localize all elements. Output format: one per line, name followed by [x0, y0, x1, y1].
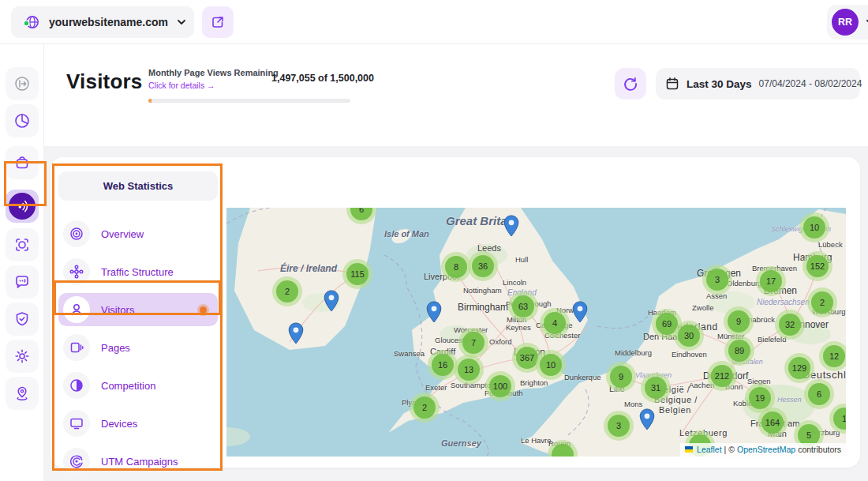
refresh-button[interactable]	[615, 68, 646, 100]
rail-item-panel-toggle[interactable]	[6, 67, 39, 100]
visitor-cluster-marker[interactable]: 7	[458, 328, 488, 358]
visitor-cluster-marker[interactable]: 8	[441, 252, 471, 282]
visitors-dashboard-page: { "colors": { "accent_purple": "#7c3aed"…	[0, 0, 868, 481]
visitor-cluster-marker[interactable]: 129	[784, 353, 814, 383]
cluster-count: 100	[489, 375, 511, 397]
visitor-cluster-marker[interactable]: 2	[807, 287, 837, 318]
visitor-pin-marker[interactable]	[288, 322, 304, 344]
avatar: RR	[832, 9, 859, 36]
map-place-label: Lincoln	[503, 278, 526, 287]
visitor-cluster-marker[interactable]: 100	[485, 371, 515, 401]
map-place-label: Birmingham	[458, 302, 508, 313]
visitor-pin-marker[interactable]	[503, 215, 519, 237]
refresh-icon	[623, 76, 638, 92]
visitor-cluster-marker[interactable]: 4	[540, 308, 570, 338]
visitor-cluster-marker[interactable]: 2	[410, 393, 440, 423]
menu-item-pages[interactable]: Pages	[58, 331, 218, 364]
visitor-cluster-marker[interactable]: 164	[758, 408, 788, 438]
visitor-cluster-marker[interactable]: 3	[702, 265, 732, 295]
rail-item-web-statistics[interactable]	[6, 190, 39, 223]
visitor-cluster-marker[interactable]: 89	[724, 336, 754, 366]
visitor-cluster-marker[interactable]: 10	[536, 350, 566, 380]
visitor-cluster-marker[interactable]: 6	[804, 379, 834, 409]
visitor-cluster-marker[interactable]: 30	[674, 321, 704, 351]
visitor-pin-marker[interactable]	[324, 290, 339, 312]
cluster-count: 13	[458, 359, 480, 381]
visitor-cluster-marker[interactable]: 63	[508, 291, 538, 321]
menu-item-overview[interactable]: Overview	[58, 217, 218, 250]
visitor-cluster-marker[interactable]: 9	[724, 306, 754, 336]
map-place-label: Zwolle	[692, 303, 713, 312]
visitor-cluster-marker[interactable]: 3	[604, 411, 634, 441]
chevron-down-icon	[865, 17, 868, 28]
rail-item-location-pin[interactable]	[6, 377, 39, 410]
active-icon-disc	[9, 193, 36, 220]
map-place-label: Hessen	[777, 396, 802, 404]
visitor-cluster-marker[interactable]: 17	[756, 266, 786, 296]
user-menu[interactable]: RR	[827, 5, 868, 39]
panel-toggle-icon	[13, 75, 31, 92]
visitor-cluster-marker[interactable]: 9	[606, 362, 636, 392]
menu-item-label: Competition	[101, 380, 155, 392]
traffic-structure-icon	[63, 258, 90, 285]
date-range-label: Last 30 Days	[687, 78, 752, 90]
visitor-cluster-marker[interactable]: 115	[342, 259, 372, 289]
globe-icon	[22, 13, 41, 32]
menu-item-visitors[interactable]: Visitors	[58, 293, 218, 326]
visitor-cluster-marker[interactable]: 2	[272, 276, 302, 306]
ukraine-flag-icon	[685, 446, 693, 453]
map-place-label: Dunkerque	[564, 373, 600, 381]
visitors-map[interactable]: Leaflet | © OpenStreetMap contributors G…	[226, 208, 846, 457]
overview-icon	[63, 220, 90, 247]
rail-item-shopping-bag[interactable]	[6, 146, 39, 179]
visitor-cluster-marker[interactable]: 10	[799, 212, 829, 242]
open-website-button[interactable]	[202, 6, 234, 38]
menu-item-devices[interactable]: Devices	[58, 407, 218, 440]
visitor-cluster-marker[interactable]: 36	[468, 251, 498, 281]
attribution-contributors: contributors	[798, 445, 841, 454]
website-selector[interactable]: yourwebsitename.com	[11, 6, 194, 38]
visitor-cluster-marker[interactable]: 31	[641, 373, 671, 403]
cluster-count: 8	[445, 256, 467, 278]
map-attribution: Leaflet | © OpenStreetMap contributors	[680, 443, 846, 457]
visitor-cluster-marker[interactable]: 16	[428, 350, 458, 380]
visitor-cluster-marker[interactable]: 212	[707, 361, 737, 391]
openstreetmap-link[interactable]: OpenStreetMap	[737, 445, 795, 454]
quota-progress-fill	[148, 99, 152, 103]
pie-chart-icon	[13, 112, 31, 130]
external-link-icon	[211, 15, 225, 29]
quota-details-link[interactable]: Click for details →	[148, 81, 215, 90]
menu-item-traffic-structure[interactable]: Traffic Structure	[58, 255, 218, 288]
map-place-label: Niedersachsen	[757, 298, 810, 306]
rail-item-chat[interactable]	[6, 265, 39, 299]
attribution-separator: | ©	[724, 445, 735, 454]
rail-item-shield-check[interactable]	[6, 303, 39, 336]
shield-check-icon	[13, 310, 31, 328]
cluster-count: 1	[833, 408, 846, 430]
visitor-pin-marker[interactable]	[572, 301, 588, 323]
cluster-count: 30	[678, 325, 700, 347]
visitor-pin-marker[interactable]	[426, 301, 442, 323]
cluster-count: 6	[350, 208, 372, 220]
cluster-count: 10	[803, 216, 825, 239]
cluster-count: 7	[462, 332, 485, 354]
visitor-pin-marker[interactable]	[639, 408, 655, 430]
menu-item-utm-campaigns[interactable]: UTM Campaigns	[58, 445, 218, 478]
pages-icon	[63, 334, 90, 361]
date-range-picker[interactable]: Last 30 Days 07/04/2024 - 08/02/2024	[656, 68, 860, 100]
top-bar: yourwebsitename.com RR	[0, 0, 868, 44]
rail-item-settings-gear[interactable]	[6, 340, 39, 373]
leaflet-link[interactable]: Leaflet	[697, 445, 722, 454]
map-place-label: Nottingham	[463, 286, 502, 295]
cluster-count: 212	[711, 365, 733, 387]
map-place-label: Exeter	[425, 383, 447, 392]
rail-item-pie-chart[interactable]	[6, 104, 39, 137]
map-place-label: Eindhoven	[672, 350, 707, 359]
web-statistics-icon	[14, 198, 30, 214]
visitor-cluster-marker[interactable]: 152	[803, 251, 832, 281]
rail-item-focus-scan[interactable]	[6, 228, 39, 261]
visitor-cluster-marker[interactable]: 13	[454, 355, 484, 385]
visitor-cluster-marker[interactable]: 12	[819, 341, 846, 371]
menu-item-competition[interactable]: Competition	[58, 369, 218, 402]
visitor-cluster-marker[interactable]: 32	[775, 310, 805, 340]
